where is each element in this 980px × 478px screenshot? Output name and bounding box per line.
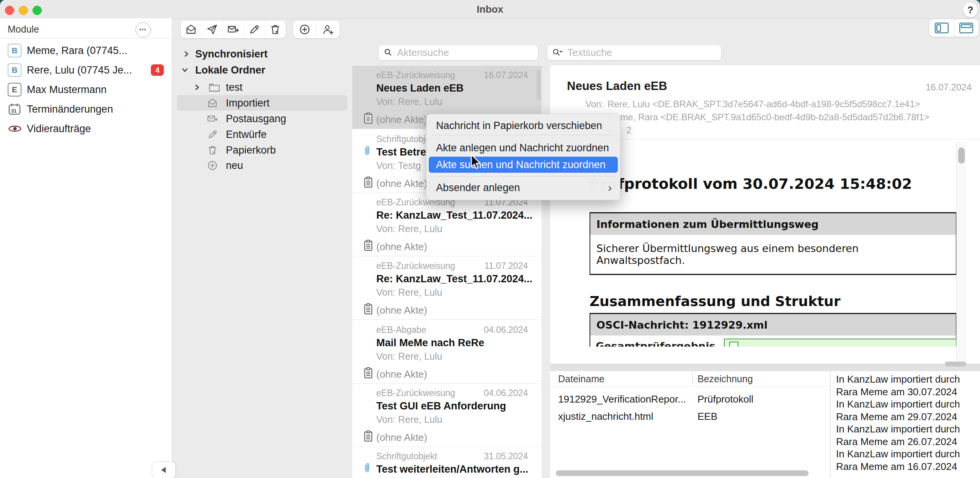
pen-icon [248, 23, 260, 36]
folder-label: Lokale Ordner [195, 64, 265, 76]
mail-toolbar [181, 21, 286, 38]
message-date: 11.07.2024 [485, 261, 528, 271]
menu-separator [432, 135, 615, 135]
folder-lokale-ordner[interactable]: Lokale Ordner [172, 62, 352, 78]
menu-item-move-to-trash[interactable]: Nachricht in Papierkorb verschieben [436, 118, 602, 133]
compose-button[interactable] [244, 21, 265, 38]
log-line: In KanzLaw importiert durch [836, 448, 980, 460]
result-check-icon [729, 342, 738, 347]
layout-top-view-button[interactable] [954, 19, 979, 37]
message-from: Von: Rere, Lulu [376, 96, 442, 107]
eye-icon [8, 124, 22, 134]
folder-papierkorb[interactable]: Papierkorb [172, 142, 352, 158]
sidebar-item-rere-lulu[interactable]: B Rere, Lulu (07745 Je... 4 [0, 60, 172, 80]
ellipsis-icon [136, 23, 149, 36]
log-line: Rara Meme am 26.07.2024 [836, 435, 980, 448]
collapse-sidebar-button[interactable] [152, 462, 175, 478]
folder-importiert[interactable]: Importiert [172, 95, 352, 111]
log-line: Rara Meme am 29.07.2024 [836, 411, 980, 423]
divider [0, 38, 172, 39]
log-line: In KanzLaw importiert durch [836, 423, 980, 435]
module-sidebar: Module B Meme, Rara (07745... B Rere, Lu… [0, 18, 172, 478]
folder-label: Importiert [226, 97, 270, 109]
clipboard-icon [362, 111, 374, 126]
result-label: Gesamtprüfergebnis [596, 340, 715, 347]
sidebar-item-label: Terminänderungen [27, 103, 113, 115]
folder-label: Entwürfe [226, 129, 267, 141]
message-akte: (ohne Akte) [376, 241, 427, 253]
add-contact-button[interactable] [317, 21, 340, 38]
topbar-layout-icon [959, 22, 973, 34]
forward-message-button[interactable] [223, 21, 244, 38]
text-search-input[interactable] [567, 47, 718, 59]
email-account-icon: E [8, 83, 21, 97]
import-log-panel: In KanzLaw importiert durch Rara Meme am… [831, 371, 980, 478]
akten-search-field[interactable] [378, 44, 538, 61]
calendar-31-icon: 31 [8, 102, 21, 116]
sidebar-item-meme-rara[interactable]: B Meme, Rara (07745... [0, 41, 172, 60]
folder-synchronisiert[interactable]: Synchronisiert [172, 46, 352, 62]
attachment-type: EEB [697, 411, 717, 422]
from-value: Rere, Lulu <DE.BRAK_SPT.3d7e5647-ad6d-4b… [608, 99, 920, 110]
document-scrollbar-thumb[interactable] [958, 147, 965, 164]
menu-item-create-akte[interactable]: Akte anlegen und Nachricht zuordnen [436, 140, 609, 156]
list-item[interactable]: eEB-Zurückweisung 04.06.2024 Test GUI eE… [352, 383, 542, 447]
attachments-hscroll-thumb[interactable] [556, 470, 808, 476]
box-header: Informationen zum Übermittlungsweg [590, 213, 956, 235]
mouse-cursor [468, 153, 485, 170]
add-button[interactable] [293, 21, 317, 38]
delete-button[interactable] [265, 21, 286, 38]
app-window: Inbox ? Module B Meme, Rara (07745... B … [0, 0, 980, 478]
log-line: In KanzLaw importiert durch [836, 398, 980, 411]
search-filter-icon [552, 47, 564, 57]
sidebar-item-max-mustermann[interactable]: E Max Mustermann [0, 80, 172, 99]
message-list-scrollbar[interactable] [537, 70, 541, 100]
folder-neu[interactable]: neu [172, 157, 352, 173]
box-header: OSCI-Nachricht: 1912929.xml [590, 314, 956, 336]
message-from: Von: Rere, Lulu [376, 223, 442, 234]
message-preview-panel: Neues Laden eEB 16.07.2024 Von: Rere, Lu… [550, 65, 980, 364]
message-from: Von: Testg [376, 160, 421, 171]
list-item[interactable]: eEB-Zurückweisung 11.07.2024 Re: KanzLaw… [352, 193, 542, 256]
menu-item-create-sender[interactable]: Absender anlegen [436, 180, 520, 195]
list-item[interactable]: Schriftgutobjekt 31.05.2024 Test weiterl… [352, 447, 542, 478]
main-window: Inbox ? Module B Meme, Rara (07745... B … [0, 0, 980, 478]
sidebar-item-vidierauftraege[interactable]: Vidieraufträge [0, 119, 172, 138]
box-body: Sicherer Übermittlungsweg aus einem beso… [590, 235, 956, 274]
inbox-button[interactable] [181, 21, 202, 38]
help-button[interactable]: ? [963, 3, 978, 17]
divider [830, 371, 830, 478]
layout-sidebar-view-button[interactable] [929, 19, 954, 37]
message-category: eEB-Zurückweisung [376, 70, 455, 80]
folder-test[interactable]: test [172, 79, 352, 95]
column-divider[interactable] [693, 372, 693, 385]
akten-search-input[interactable] [397, 47, 535, 59]
sidebar-item-label: Rere, Lulu (07745 Je... [27, 64, 132, 76]
list-item[interactable]: eEB-Zurückweisung 11.07.2024 Re: KanzLaw… [352, 256, 542, 320]
module-options-button[interactable] [136, 22, 151, 38]
menu-separator [432, 176, 615, 177]
attachments-count: 2 [626, 125, 631, 136]
text-search-field[interactable] [547, 44, 722, 61]
document-scrollbar-track[interactable] [956, 142, 967, 364]
message-from: Von: Rere, Lulu [376, 287, 442, 298]
message-date: 04.06.2024 [484, 388, 528, 398]
list-item[interactable]: eEB-Abgabe 04.06.2024 Mail MeMe nach ReR… [352, 320, 542, 384]
message-title: Mail MeMe nach ReRe [376, 337, 484, 349]
menu-item-search-akte[interactable]: Akte suchen und Nachricht zuordnen [429, 157, 618, 173]
column-header-bezeichnung[interactable]: Bezeichnung [697, 373, 753, 385]
folder-entwuerfe[interactable]: Entwürfe [172, 126, 352, 142]
message-akte: (ohne Akte) [376, 368, 427, 380]
send-button[interactable] [202, 21, 223, 38]
chevron-right-icon [183, 51, 190, 57]
document-hscroll-thumb[interactable] [945, 362, 966, 367]
svg-text:31: 31 [11, 108, 16, 114]
folder-postausgang[interactable]: Postausgang [172, 111, 352, 126]
folder-label: Papierkorb [226, 144, 276, 156]
sidebar-item-terminaenderungen[interactable]: 31 Terminänderungen [0, 99, 172, 119]
folder-label: Synchronisiert [195, 48, 268, 60]
column-header-dateiname[interactable]: Dateiname [558, 373, 604, 385]
message-title: Test GUI eEB Anforderung [376, 400, 506, 412]
module-sidebar-header: Module [8, 24, 39, 35]
paperclip-icon [362, 462, 372, 475]
